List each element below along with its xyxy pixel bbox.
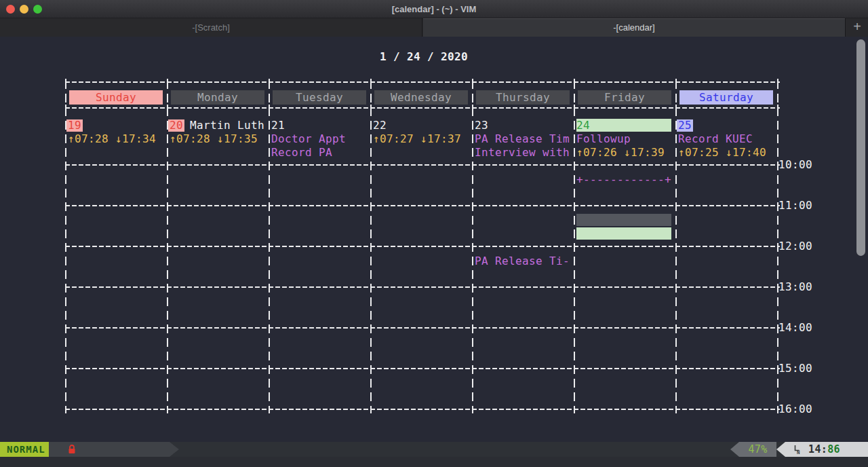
grid-intersection-tick: [269, 406, 270, 413]
tab-calendar[interactable]: -[calendar]: [423, 18, 846, 37]
grid-intersection-tick: [167, 324, 168, 332]
grid-intersection-tick: [269, 243, 270, 250]
sunrise-sunset-times: ↑07:28 ↓17:34: [68, 133, 156, 145]
date-cell-24[interactable]: 24: [576, 119, 590, 132]
sunrise-sunset-times: ↑07:26 ↓17:39: [576, 147, 665, 159]
file-segment-separator: [170, 442, 179, 457]
grid-intersection-tick: [472, 105, 473, 112]
date-number[interactable]: 21: [271, 119, 285, 132]
grid-intersection-tick: [167, 406, 168, 413]
tab-scratch[interactable]: -[Scratch]: [0, 18, 422, 37]
day-header-thursday: Thursday: [476, 90, 570, 105]
date-number[interactable]: 20: [168, 119, 184, 132]
date-number[interactable]: 25: [677, 119, 693, 132]
cursor-position-segment: N 14:86: [785, 442, 868, 457]
grid-intersection-tick: [472, 365, 473, 373]
new-tab-button[interactable]: +: [846, 18, 868, 37]
current-date-heading: 1 / 24 / 2020: [380, 50, 468, 64]
tab-bar: -[Scratch] -[calendar] +: [0, 18, 868, 37]
scrollbar-thumb[interactable]: [856, 39, 865, 256]
day-header-tuesday: Tuesday: [273, 90, 366, 105]
date-number[interactable]: 19: [66, 119, 83, 132]
grid-horizontal-line: [65, 164, 780, 166]
lock-icon: [68, 445, 76, 454]
event-label: Record KUEC: [678, 133, 753, 145]
date-annotation: Martin Luth: [183, 119, 264, 132]
sunrise-sunset-times: ↑07:25 ↓17:40: [678, 147, 766, 159]
grid-intersection-tick: [370, 406, 372, 413]
grid-intersection-tick: [675, 105, 677, 112]
date-cell-22[interactable]: 22: [373, 119, 387, 132]
grid-intersection-tick: [65, 365, 66, 373]
grid-intersection-tick: [574, 406, 575, 413]
event-label: Followup: [576, 133, 631, 145]
grid-intersection-tick: [167, 79, 168, 86]
grid-horizontal-line: [65, 205, 780, 206]
grid-intersection-tick: [675, 365, 677, 373]
position-segment-separator: [776, 442, 785, 457]
date-cell-25[interactable]: 25: [678, 119, 692, 132]
event-label: Record PA: [271, 147, 332, 159]
event-box-border: +------------+: [576, 174, 671, 186]
day-header-wednesday: Wednesday: [374, 90, 468, 105]
day-header-saturday: Saturday: [679, 90, 773, 105]
grid-horizontal-line: [65, 409, 780, 410]
today-highlight: [576, 119, 671, 132]
grid-intersection-tick: [777, 105, 778, 112]
grid-intersection-tick: [472, 79, 473, 86]
percent-segment-separator: [730, 442, 739, 457]
grid-intersection-tick: [65, 406, 66, 413]
grid-intersection-tick: [574, 324, 575, 332]
day-header-friday: Friday: [578, 90, 671, 105]
grid-horizontal-line: [65, 246, 780, 247]
grid-intersection-tick: [269, 284, 270, 291]
vim-mode-indicator: NORMAL: [0, 442, 49, 457]
grid-intersection-tick: [777, 79, 778, 86]
date-cell-20[interactable]: 20 Martin Luth: [170, 119, 264, 132]
grid-intersection-tick: [370, 284, 372, 291]
grid-intersection-tick: [574, 162, 575, 169]
scroll-percent: 47%: [739, 442, 776, 457]
grid-intersection-tick: [675, 162, 677, 169]
time-label: 15:00: [778, 362, 812, 375]
grid-intersection-tick: [65, 79, 66, 86]
grid-intersection-tick: [167, 162, 168, 169]
grid-intersection-tick: [472, 406, 473, 413]
date-cell-21[interactable]: 21: [271, 119, 285, 132]
event-label: PA Release Ti-: [475, 255, 570, 267]
grid-intersection-tick: [167, 243, 168, 250]
day-header-sunday: Sunday: [69, 90, 163, 105]
date-cell-19[interactable]: 19: [68, 119, 81, 132]
grid-horizontal-line: [65, 107, 780, 109]
grid-intersection-tick: [370, 243, 372, 250]
date-cell-23[interactable]: 23: [475, 119, 488, 132]
sunrise-sunset-times: ↑07:27 ↓17:37: [373, 133, 461, 145]
grid-intersection-tick: [65, 105, 66, 112]
grid-intersection-tick: [574, 105, 575, 112]
grid-horizontal-line: [65, 81, 780, 83]
grid-intersection-tick: [675, 243, 677, 250]
calendar-buffer: 1 / 24 / 2020 10:0011:0012:0013:0014:001…: [0, 37, 868, 442]
event-block-bar[interactable]: [576, 214, 671, 226]
grid-intersection-tick: [370, 324, 372, 332]
grid-intersection-tick: [65, 324, 66, 332]
window-titlebar: [calendar] - (~) - VIM: [0, 0, 868, 18]
grid-intersection-tick: [675, 202, 677, 210]
date-number[interactable]: 24: [576, 119, 590, 132]
grid-horizontal-line: [65, 327, 780, 329]
grid-intersection-tick: [472, 243, 473, 250]
time-label: 12:00: [778, 240, 812, 253]
svg-text:N: N: [797, 449, 800, 455]
day-header-monday: Monday: [171, 90, 264, 105]
grid-intersection-tick: [167, 284, 168, 291]
event-block-bar[interactable]: [576, 227, 671, 240]
date-number[interactable]: 22: [373, 119, 387, 132]
window-title: [calendar] - (~) - VIM: [0, 0, 868, 18]
grid-intersection-tick: [675, 406, 677, 413]
grid-intersection-tick: [472, 202, 473, 210]
grid-intersection-tick: [675, 79, 677, 86]
grid-intersection-tick: [574, 284, 575, 291]
grid-intersection-tick: [675, 284, 677, 291]
grid-intersection-tick: [269, 324, 270, 332]
date-number[interactable]: 23: [475, 119, 488, 132]
